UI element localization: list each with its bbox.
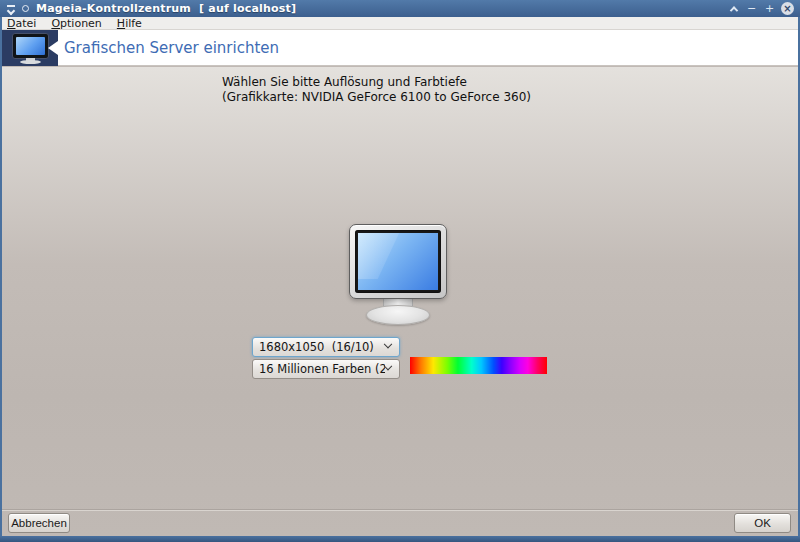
footer-separator <box>2 509 798 511</box>
header: Grafischen Server einrichten <box>2 30 798 66</box>
window-title: Mageia-Kontrollzentrum [ auf localhost] <box>36 2 727 15</box>
menubar: Datei Optionen Hilfe <box>0 17 800 30</box>
minimize-button[interactable]: − <box>745 2 758 15</box>
window-border-bottom <box>0 536 800 542</box>
color-depth-select[interactable]: 16 Millionen Farben (24 Bit) <box>252 359 400 379</box>
menu-datei[interactable]: Datei <box>7 17 36 30</box>
resolution-select[interactable]: 1680x1050 (16/10) <box>252 337 400 357</box>
color-gradient-preview <box>410 357 547 374</box>
menu-hilfe[interactable]: Hilfe <box>117 17 142 30</box>
instruction-line-1: Wählen Sie bitte Auflösung und Farbtiefe <box>222 75 467 89</box>
menu-optionen[interactable]: Optionen <box>51 17 101 30</box>
ok-button[interactable]: OK <box>734 513 791 533</box>
display-icon <box>12 33 49 63</box>
chevron-up-icon <box>729 6 737 14</box>
window-border-left <box>0 17 2 542</box>
cancel-button[interactable]: Abbrechen <box>8 513 70 533</box>
window-shade-icon[interactable] <box>6 4 16 14</box>
monitor-frame <box>349 224 447 299</box>
mageia-control-center-window: Mageia-Kontrollzentrum [ auf localhost] … <box>0 0 800 542</box>
chevron-down-icon <box>384 362 392 370</box>
maximize-button[interactable]: + <box>763 2 776 15</box>
color-depth-value: 16 Millionen Farben (24 Bit) <box>259 362 385 376</box>
header-arrow-notch <box>48 41 58 55</box>
page-title: Grafischen Server einrichten <box>64 30 279 66</box>
titlebar: Mageia-Kontrollzentrum [ auf localhost] … <box>0 0 800 17</box>
resolution-value: 1680x1050 (16/10) <box>259 340 385 354</box>
monitor-screen <box>358 233 438 290</box>
close-button[interactable]: × <box>781 2 794 15</box>
window-controls: − + × <box>727 2 794 15</box>
window-menu-icon[interactable] <box>22 5 29 12</box>
monitor-bezel <box>355 230 441 293</box>
shade-button[interactable] <box>727 2 740 15</box>
titlebar-left-icons <box>6 4 29 14</box>
monitor-stand-base <box>366 305 430 325</box>
instruction-line-2: (Grafikkarte: NVIDIA GeForce 6100 to GeF… <box>222 90 531 104</box>
chevron-down-icon <box>384 340 392 348</box>
monitor-illustration <box>349 224 447 326</box>
